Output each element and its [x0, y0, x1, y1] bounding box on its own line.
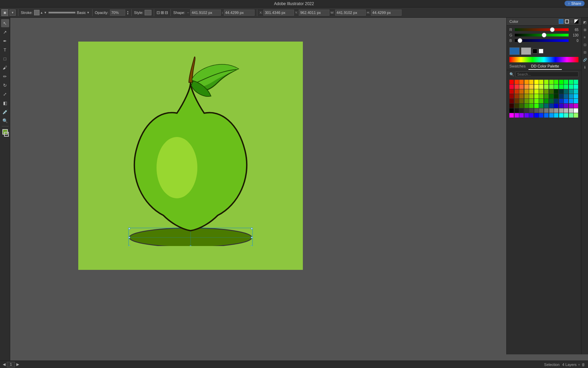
swatch-black[interactable]	[533, 49, 537, 53]
swatch-cell[interactable]	[509, 89, 514, 94]
swatch-cell[interactable]	[569, 94, 573, 98]
prev-page-btn[interactable]: ◀	[3, 362, 5, 367]
swatch-cell[interactable]	[544, 80, 549, 84]
swatch-cell[interactable]	[574, 108, 578, 113]
color-current[interactable]	[509, 47, 520, 55]
swatch-cell[interactable]	[559, 89, 564, 94]
swatch-cell[interactable]	[529, 80, 534, 84]
swatch-cell[interactable]	[509, 113, 514, 118]
swatch-cell[interactable]	[524, 99, 529, 103]
swatch-cell[interactable]	[569, 108, 573, 113]
g-slider-thumb[interactable]	[542, 33, 546, 37]
swatch-cell[interactable]	[554, 85, 558, 89]
swatch-cell[interactable]	[549, 104, 554, 108]
swatch-cell[interactable]	[559, 80, 564, 84]
swatch-cell[interactable]	[529, 113, 534, 118]
swatch-cell[interactable]	[539, 94, 543, 98]
swatch-cell[interactable]	[509, 85, 514, 89]
style-box[interactable]	[145, 10, 151, 15]
swatch-cell[interactable]	[554, 104, 558, 108]
h-input[interactable]	[371, 10, 402, 16]
swatch-cell[interactable]	[564, 85, 568, 89]
page-number-input[interactable]	[7, 362, 15, 367]
gradient-tool-btn[interactable]: ◧	[1, 99, 9, 107]
swatch-cell[interactable]	[524, 89, 529, 94]
delete-layer-btn[interactable]: 🗑	[582, 363, 585, 367]
swatch-cell[interactable]	[559, 104, 564, 108]
swatch-cell[interactable]	[524, 108, 529, 113]
swatch-cell[interactable]	[534, 94, 539, 98]
swatch-cell[interactable]	[549, 80, 554, 84]
swatch-cell[interactable]	[529, 108, 534, 113]
stroke-indicator[interactable]	[565, 19, 569, 24]
swatch-cell[interactable]	[569, 80, 573, 84]
swatch-cell[interactable]	[514, 85, 519, 89]
swatch-cell[interactable]	[569, 104, 573, 108]
type-tool-btn[interactable]: T	[1, 46, 9, 54]
next-page-btn[interactable]: ▶	[16, 362, 19, 367]
swatch-cell[interactable]	[514, 89, 519, 94]
shape-h-input[interactable]	[224, 10, 255, 16]
swatch-cell[interactable]	[519, 85, 524, 89]
swatch-cell[interactable]	[564, 94, 568, 98]
swatch-cell[interactable]	[544, 94, 549, 98]
shape-tool-btn[interactable]: □	[1, 55, 9, 63]
y-input[interactable]	[299, 10, 329, 16]
swatch-cell[interactable]	[534, 104, 539, 108]
swatch-cell[interactable]	[549, 94, 554, 98]
swatch-cell[interactable]	[569, 99, 573, 103]
eyedropper-btn[interactable]: 💉	[1, 108, 9, 116]
swatch-cell[interactable]	[544, 85, 549, 89]
swatch-cell[interactable]	[514, 108, 519, 113]
swatch-cell[interactable]	[554, 89, 558, 94]
swatch-cell[interactable]	[529, 104, 534, 108]
swatch-cell[interactable]	[574, 104, 578, 108]
swatch-cell[interactable]	[509, 94, 514, 98]
swatch-cell[interactable]	[574, 113, 578, 118]
swatches-search-input[interactable]	[516, 72, 578, 77]
swatch-cell[interactable]	[514, 113, 519, 118]
align-left[interactable]: ⊡	[157, 10, 160, 15]
swatch-cell[interactable]	[534, 99, 539, 103]
scale-tool-btn[interactable]: ⤢	[1, 90, 9, 98]
swatch-cell[interactable]	[569, 113, 573, 118]
swatch-cell[interactable]	[534, 85, 539, 89]
swatch-cell[interactable]	[549, 113, 554, 118]
panel-icon-align[interactable]: ⊟	[582, 49, 588, 55]
swatch-cell[interactable]	[554, 108, 558, 113]
swatch-cell[interactable]	[569, 89, 573, 94]
swatch-cell[interactable]	[549, 99, 554, 103]
swatch-cell[interactable]	[509, 108, 514, 113]
swatch-cell[interactable]	[529, 94, 534, 98]
swatch-cell[interactable]	[554, 113, 558, 118]
color-previous[interactable]	[521, 47, 531, 55]
selection-tool[interactable]: ▣	[1, 9, 8, 16]
swatch-cell[interactable]	[509, 80, 514, 84]
swatch-cell[interactable]	[514, 80, 519, 84]
swatch-cell[interactable]	[544, 113, 549, 118]
rotate-tool-btn[interactable]: ↻	[1, 81, 9, 89]
shape-w-input[interactable]	[190, 10, 221, 16]
swatch-cell[interactable]	[534, 113, 539, 118]
swatch-cell[interactable]	[554, 80, 558, 84]
swatch-cell[interactable]	[559, 94, 564, 98]
swatch-cell[interactable]	[549, 89, 554, 94]
swatch-cell[interactable]	[534, 108, 539, 113]
swatch-cell[interactable]	[554, 99, 558, 103]
swatch-cell[interactable]	[524, 104, 529, 108]
opacity-input[interactable]: 70%	[110, 10, 125, 16]
b-slider-thumb[interactable]	[518, 38, 522, 43]
share-button[interactable]: ↑ Share	[565, 1, 585, 6]
swatch-cell[interactable]	[569, 85, 573, 89]
add-layer-btn[interactable]: +	[578, 363, 580, 367]
r-slider-thumb[interactable]	[550, 27, 555, 32]
swatch-cell[interactable]	[574, 99, 578, 103]
swatch-cell[interactable]	[519, 108, 524, 113]
swatch-cell[interactable]	[559, 99, 564, 103]
pencil-tool-btn[interactable]: ✏	[1, 72, 9, 80]
swatch-cell[interactable]	[539, 89, 543, 94]
stroke-type[interactable]: Basic ▼	[77, 11, 90, 15]
align-right[interactable]: ⊟	[165, 10, 168, 15]
swatch-cell[interactable]	[539, 80, 543, 84]
swatch-cell[interactable]	[524, 94, 529, 98]
